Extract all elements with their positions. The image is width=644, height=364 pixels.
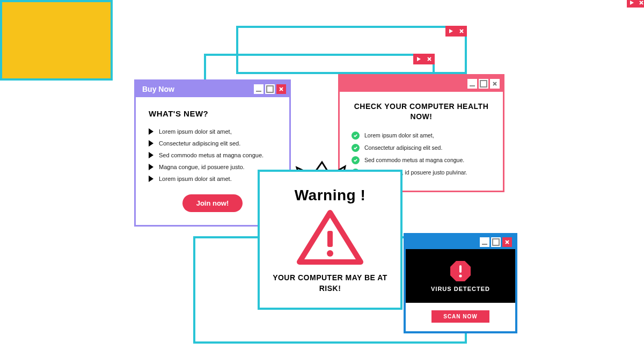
join-now-button[interactable]: Join now! bbox=[182, 194, 243, 212]
svg-point-20 bbox=[459, 274, 462, 277]
virus-banner: VIRUS DETECTED bbox=[406, 249, 515, 303]
svg-point-15 bbox=[327, 250, 333, 257]
play-icon[interactable] bbox=[627, 0, 636, 8]
buy-heading: WHAT'S NEW? bbox=[149, 109, 276, 118]
scan-now-button[interactable]: SCAN NOW bbox=[431, 310, 489, 323]
buy-titlebar: Buy Now bbox=[136, 81, 289, 97]
minimize-button[interactable] bbox=[467, 79, 477, 89]
maximize-button[interactable] bbox=[479, 79, 488, 89]
play-icon[interactable] bbox=[413, 54, 424, 64]
list-item-label: Sed commodo metus at magna congue. bbox=[364, 157, 464, 163]
list-item-label: Lorem ipsum dolor sit amet, bbox=[159, 128, 232, 135]
stop-octagon-icon bbox=[449, 260, 472, 282]
close-icon[interactable] bbox=[636, 0, 644, 8]
maximize-button[interactable] bbox=[491, 237, 501, 247]
list-item: Consectetur adipiscing elit sed. bbox=[149, 137, 276, 149]
warning-triangle-icon bbox=[295, 208, 365, 267]
list-item: Lorem ipsum dolor sit amet, bbox=[352, 129, 491, 142]
health-heading: CHECK YOUR COMPUTER HEALTH NOW! bbox=[352, 101, 491, 122]
svg-marker-21 bbox=[630, 1, 634, 5]
close-button[interactable] bbox=[276, 84, 286, 94]
svg-marker-10 bbox=[379, 174, 383, 178]
triangle-icon bbox=[149, 152, 153, 158]
list-item-label: Magna congue, id posuere justo. bbox=[159, 164, 245, 170]
svg-marker-0 bbox=[449, 29, 453, 33]
list-item: Consectetur adipiscing elit sed. bbox=[352, 142, 491, 154]
warning-body: YOUR COMPUTER MAY BE AT RISK! bbox=[265, 273, 395, 294]
play-icon[interactable] bbox=[445, 26, 456, 37]
close-icon[interactable] bbox=[456, 26, 467, 37]
buy-title: Buy Now bbox=[142, 85, 254, 93]
triangle-icon bbox=[149, 164, 153, 170]
virus-window: VIRUS DETECTED SCAN NOW bbox=[404, 233, 517, 333]
triangle-icon bbox=[149, 140, 153, 147]
maximize-button[interactable] bbox=[265, 84, 275, 94]
svg-rect-14 bbox=[327, 231, 333, 247]
check-icon bbox=[352, 132, 360, 140]
play-icon[interactable] bbox=[378, 173, 388, 183]
triangle-icon bbox=[149, 128, 153, 135]
list-item: Sed commodo metus at magna congue. bbox=[149, 149, 276, 161]
close-icon[interactable] bbox=[424, 54, 435, 64]
health-titlebar bbox=[340, 76, 503, 92]
close-icon[interactable] bbox=[390, 173, 399, 183]
virus-label: VIRUS DETECTED bbox=[431, 286, 490, 292]
popup-window: POP-UP! bbox=[0, 0, 113, 81]
list-item: Sed commodo metus at magna congue. bbox=[352, 154, 491, 166]
close-button[interactable] bbox=[490, 79, 500, 89]
svg-marker-3 bbox=[417, 57, 421, 61]
svg-rect-19 bbox=[459, 265, 462, 273]
list-item-label: Consectetur adipiscing elit sed. bbox=[364, 144, 442, 151]
list-item: Lorem ipsum dolor sit amet, bbox=[149, 126, 276, 137]
list-item-label: Sed commodo metus at magna congue. bbox=[159, 152, 264, 158]
warning-title: Warning ! bbox=[265, 187, 395, 204]
list-item-label: Consectetur adipiscing elit sed. bbox=[159, 140, 240, 147]
minimize-button[interactable] bbox=[254, 84, 264, 94]
warning-titlebar bbox=[260, 172, 400, 185]
minimize-button[interactable] bbox=[480, 237, 489, 247]
warning-window: Warning ! YOUR COMPUTER MAY BE AT RISK! bbox=[258, 170, 402, 310]
triangle-icon bbox=[149, 176, 153, 182]
list-item-label: Lorem ipsum dolor sit amet. bbox=[159, 176, 232, 182]
close-button[interactable] bbox=[502, 237, 512, 247]
list-item-label: Lorem ipsum dolor sit amet, bbox=[364, 132, 434, 139]
virus-titlebar bbox=[406, 235, 515, 249]
check-icon bbox=[352, 144, 360, 152]
